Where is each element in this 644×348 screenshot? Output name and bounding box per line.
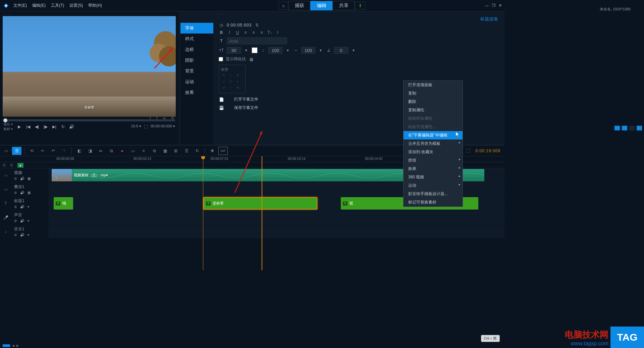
tool-arrow-icon[interactable]: ⟲ <box>27 147 37 155</box>
tool-track-icon[interactable]: ☰ <box>182 147 191 155</box>
go-start-icon[interactable]: |◀ <box>25 124 31 129</box>
props-tab-background[interactable]: 背景 <box>180 66 213 76</box>
tool-audio-icon[interactable]: ♪♪ <box>128 147 138 155</box>
fit-icon[interactable]: ⛶ <box>464 147 473 155</box>
ctx-template-designer[interactable]: 影音快手模板设计器... <box>404 190 463 198</box>
ctx-effects[interactable]: 效果 <box>404 165 463 173</box>
font-size-input[interactable] <box>227 47 241 54</box>
expand-icon[interactable]: ▾ <box>28 233 29 237</box>
font-color-swatch[interactable] <box>252 47 258 53</box>
spinner-icon[interactable]: ▾ <box>351 48 356 53</box>
undo-icon[interactable]: ↶ <box>49 147 58 155</box>
mute-icon[interactable]: 🔊 <box>20 205 24 209</box>
title-clip[interactable]: T 哦 <box>54 197 73 210</box>
timeline-view-icon[interactable]: ☰ <box>12 147 21 155</box>
video-track-icon[interactable]: ▭ <box>0 168 11 182</box>
music-track-icon[interactable]: ♪ <box>0 225 11 238</box>
align-mc[interactable]: □ <box>228 79 234 85</box>
loop-icon[interactable]: ↻ <box>60 124 66 129</box>
align-br[interactable]: ↘ <box>234 85 240 91</box>
props-tab-effects[interactable]: 效果 <box>180 87 213 98</box>
props-tab-shadow[interactable]: 阴影 <box>180 55 213 66</box>
menu-tools[interactable]: 工具(T) <box>51 3 64 8</box>
ctx-delete[interactable]: 删除 <box>404 98 463 106</box>
props-tab-motion[interactable]: 运动 <box>180 76 213 87</box>
menu-edit[interactable]: 编辑(E) <box>32 3 46 8</box>
redo-icon[interactable]: ↷ <box>59 147 69 155</box>
open-subtitle-link[interactable]: 打开字幕文件 <box>234 97 258 102</box>
tool-pan-icon[interactable]: ✥ <box>208 147 217 155</box>
sound-lane[interactable] <box>48 211 504 224</box>
ctx-open-options[interactable]: 打开选项面板 <box>404 81 463 89</box>
ctx-group[interactable]: 群组 <box>404 156 463 165</box>
ctx-copy-attrs[interactable]: 复制属性 <box>404 106 463 114</box>
show-grid-checkbox[interactable] <box>219 57 223 61</box>
ctx-copy[interactable]: 复制 <box>404 89 463 98</box>
scrubber-handle[interactable] <box>3 118 7 122</box>
tab-share[interactable]: 共享 <box>333 1 355 10</box>
duration-spinner-icon[interactable]: ⇅ <box>254 23 260 27</box>
ctx-merge-template[interactable]: 合并且另存为模板 <box>404 139 463 148</box>
menu-settings[interactable]: 设置(S) <box>69 3 83 8</box>
ctx-motion[interactable]: 运动 <box>404 181 463 190</box>
drag-handle-icon[interactable]: ::::::: <box>1 13 177 16</box>
tab-capture[interactable]: 捕获 <box>288 1 311 10</box>
sound-track-icon[interactable]: 🎤 <box>0 211 11 224</box>
tool-mixer-icon[interactable]: ≡ <box>139 147 148 155</box>
mute-icon[interactable]: 🔊 <box>20 177 24 180</box>
go-end-icon[interactable]: ▶| <box>52 124 57 129</box>
lock-icon[interactable]: ⊘ <box>14 205 17 209</box>
align-tc[interactable]: ↑ <box>228 73 234 79</box>
align-mr[interactable]: → <box>234 79 240 85</box>
ctx-add-favorites[interactable]: 添加到 收藏夹 <box>404 148 463 156</box>
ctx-360-video[interactable]: 360 视频 <box>404 173 463 181</box>
spinner-icon[interactable]: ▾ <box>285 48 290 53</box>
expand-icon[interactable]: ▾ <box>28 205 29 209</box>
preview-mode-selector[interactable]: 项目 ▾ 素材 ▾ <box>3 122 13 131</box>
overlay-track-icon[interactable]: ▭ <box>0 182 11 196</box>
tab-edit[interactable]: 编辑 <box>311 1 333 10</box>
align-center-icon[interactable]: ≡ <box>251 30 256 35</box>
align-bl[interactable]: ↙ <box>221 85 227 91</box>
align-tr[interactable]: ↗ <box>234 73 240 79</box>
title-track-icon[interactable]: T <box>0 196 11 210</box>
storyboard-view-icon[interactable]: ▭ <box>1 147 11 155</box>
ctx-edit-subtitle-editor[interactable]: 在"字幕编辑器"中编辑 <box>404 131 463 139</box>
tool-sync-icon[interactable]: ↻ <box>193 147 202 155</box>
music-lane[interactable] <box>48 225 504 238</box>
underline-icon[interactable]: U <box>235 30 240 35</box>
font-family-select[interactable]: Arial <box>227 38 287 44</box>
visibility-icon[interactable]: ▦ <box>28 191 31 194</box>
close-icon[interactable]: ✕ <box>499 3 502 8</box>
char-spacing-input[interactable] <box>301 47 315 54</box>
expand-icon[interactable]: ▾ <box>28 219 29 223</box>
grid-config-icon[interactable]: ▦ <box>249 57 254 62</box>
spinner-icon[interactable]: ▾ <box>318 48 323 53</box>
prev-frame-icon[interactable]: ◀| <box>34 124 40 129</box>
vertical-text-icon[interactable]: T↓ <box>267 30 272 35</box>
mute-icon[interactable]: 🔊 <box>20 191 24 194</box>
play-icon[interactable]: ▶ <box>17 124 22 129</box>
lock-icon[interactable]: ⊘ <box>14 177 17 180</box>
preview-timecode[interactable]: 00:00:00:000 ▾ <box>151 124 175 129</box>
fullscreen-icon[interactable]: ⛶ <box>143 124 149 129</box>
mute-icon[interactable]: 🔊 <box>20 233 24 237</box>
props-tab-border[interactable]: 边框 <box>180 44 213 55</box>
spinner-icon[interactable]: ▾ <box>244 48 249 53</box>
tool-cut-icon[interactable]: ✂ <box>38 147 47 155</box>
title-options-link[interactable]: 标题选项 <box>480 16 498 22</box>
duration-field[interactable]: 0:00:05:003 <box>227 23 252 27</box>
maximize-icon[interactable]: ❐ <box>492 3 495 8</box>
playhead[interactable] <box>203 156 203 270</box>
track-expand-icon[interactable]: ☰ <box>10 163 15 167</box>
add-track-button[interactable]: ▲ <box>17 163 23 168</box>
text-options-icon[interactable]: I <box>275 30 280 35</box>
align-tl[interactable]: ↖ <box>221 73 227 79</box>
align-left-icon[interactable]: ≡ <box>243 30 248 35</box>
bold-icon[interactable]: B <box>219 30 224 35</box>
ctx-mark-replaceable[interactable]: 标记可替换素材 <box>404 198 463 207</box>
tool-chapter-icon[interactable]: ▦ <box>160 147 170 155</box>
lock-icon[interactable]: ⊘ <box>14 233 17 237</box>
lock-icon[interactable]: ⊘ <box>14 191 17 194</box>
nav-upload-icon[interactable]: ⬆ <box>355 2 366 10</box>
